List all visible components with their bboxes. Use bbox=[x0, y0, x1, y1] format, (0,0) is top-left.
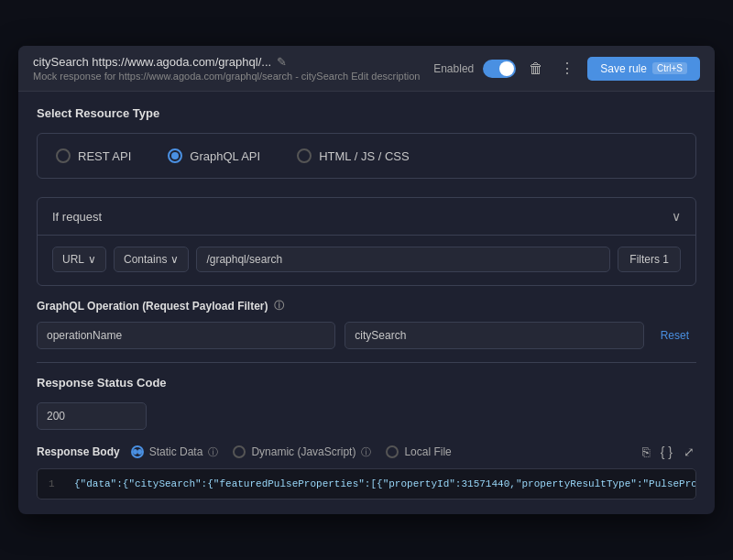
resource-type-box: REST API GraphQL API HTML / JS / CSS bbox=[37, 133, 696, 179]
header-left: citySearch https://www.agoda.com/graphql… bbox=[33, 55, 420, 82]
status-code-input[interactable] bbox=[37, 402, 147, 430]
header-info: citySearch https://www.agoda.com/graphql… bbox=[33, 55, 420, 82]
save-rule-button[interactable]: Save rule Ctrl+S bbox=[587, 57, 700, 81]
modal-header: citySearch https://www.agoda.com/graphql… bbox=[18, 46, 715, 92]
tab-static-data[interactable]: Static Data ⓘ bbox=[131, 445, 219, 459]
reset-button[interactable]: Reset bbox=[653, 325, 696, 346]
radio-graphql-circle bbox=[168, 148, 182, 163]
if-request-title: If request bbox=[52, 210, 102, 224]
more-options-button[interactable]: ⋮ bbox=[556, 58, 578, 79]
response-status-section: Response Status Code bbox=[37, 376, 696, 430]
contains-chevron-icon: ∨ bbox=[170, 253, 179, 266]
info-icon[interactable]: ⓘ bbox=[274, 299, 284, 313]
modal-body: Select Resource Type REST API GraphQL AP… bbox=[18, 92, 715, 514]
response-icons: ⎘ { } ⤢ bbox=[640, 443, 696, 461]
code-block: 1 {"data":{"citySearch":{"featuredPulseP… bbox=[37, 468, 696, 500]
delete-button[interactable]: 🗑 bbox=[525, 59, 547, 79]
save-rule-label: Save rule bbox=[600, 62, 647, 75]
status-code-title: Response Status Code bbox=[37, 376, 696, 390]
response-body-section: Response Body Static Data ⓘ Dynamic (Jav… bbox=[37, 443, 696, 500]
city-search-input[interactable] bbox=[345, 322, 643, 349]
radio-html-js-css[interactable]: HTML / JS / CSS bbox=[297, 148, 409, 163]
contains-label: Contains bbox=[124, 253, 167, 266]
radio-rest-label: REST API bbox=[78, 149, 131, 163]
radio-graphql-label: GraphQL API bbox=[190, 149, 260, 163]
response-header-left: Response Body bbox=[37, 445, 120, 458]
edit-icon[interactable]: ✎ bbox=[277, 55, 287, 69]
url-value-input[interactable] bbox=[196, 247, 610, 272]
enabled-label: Enabled bbox=[433, 62, 474, 75]
static-data-label: Static Data bbox=[149, 445, 203, 458]
local-file-radio bbox=[386, 445, 399, 458]
radio-rest-circle bbox=[56, 148, 71, 163]
graphql-title-text: GraphQL Operation (Request Payload Filte… bbox=[37, 300, 268, 313]
filters-label: Filters bbox=[629, 253, 660, 266]
format-button[interactable]: { } bbox=[659, 443, 674, 461]
response-body-title: Response Body bbox=[37, 445, 120, 458]
graphql-fields: Reset bbox=[37, 322, 696, 349]
dynamic-js-label: Dynamic (JavaScript) bbox=[251, 445, 356, 458]
dynamic-js-radio bbox=[233, 445, 246, 458]
filter-row: URL ∨ Contains ∨ Filters 1 bbox=[52, 247, 681, 272]
filters-badge[interactable]: Filters 1 bbox=[618, 247, 681, 272]
url-chevron-icon: ∨ bbox=[88, 253, 96, 266]
expand-button[interactable]: ⤢ bbox=[682, 443, 696, 461]
if-request-section: If request ∨ URL ∨ Contains ∨ bbox=[37, 197, 696, 286]
response-body-tabs: Static Data ⓘ Dynamic (JavaScript) ⓘ Loc… bbox=[131, 445, 629, 459]
if-request-header[interactable]: If request ∨ bbox=[38, 198, 695, 235]
radio-rest-api[interactable]: REST API bbox=[56, 148, 131, 163]
url-label: URL bbox=[62, 253, 84, 266]
code-line-1: 1 {"data":{"citySearch":{"featuredPulseP… bbox=[49, 478, 684, 489]
save-shortcut: Ctrl+S bbox=[652, 62, 687, 74]
radio-html-label: HTML / JS / CSS bbox=[319, 149, 409, 163]
modal-title: citySearch https://www.agoda.com/graphql… bbox=[33, 55, 271, 69]
response-body-header: Response Body Static Data ⓘ Dynamic (Jav… bbox=[37, 443, 696, 461]
copy-button[interactable]: ⎘ bbox=[640, 443, 651, 461]
tab-dynamic-js[interactable]: Dynamic (JavaScript) ⓘ bbox=[233, 445, 371, 459]
operation-name-input[interactable] bbox=[37, 322, 335, 349]
code-content: {"data":{"citySearch":{"featuredPulsePro… bbox=[74, 478, 696, 489]
filters-count: 1 bbox=[662, 253, 669, 266]
url-dropdown[interactable]: URL ∨ bbox=[52, 247, 106, 272]
graphql-title: GraphQL Operation (Request Payload Filte… bbox=[37, 299, 696, 313]
dynamic-js-info-icon[interactable]: ⓘ bbox=[361, 445, 371, 459]
modal-overlay: citySearch https://www.agoda.com/graphql… bbox=[0, 0, 733, 560]
enabled-toggle[interactable] bbox=[483, 60, 516, 78]
if-request-body: URL ∨ Contains ∨ Filters 1 bbox=[38, 235, 695, 285]
header-right: Enabled 🗑 ⋮ Save rule Ctrl+S bbox=[433, 57, 700, 81]
graphql-section: GraphQL Operation (Request Payload Filte… bbox=[37, 299, 696, 349]
resource-type-title: Select Resource Type bbox=[37, 106, 696, 120]
radio-html-circle bbox=[297, 148, 312, 163]
radio-graphql-api[interactable]: GraphQL API bbox=[168, 148, 260, 163]
line-number: 1 bbox=[49, 478, 60, 489]
local-file-label: Local File bbox=[404, 445, 451, 458]
mock-rule-modal: citySearch https://www.agoda.com/graphql… bbox=[18, 46, 715, 514]
tab-local-file[interactable]: Local File bbox=[386, 445, 451, 458]
divider-1 bbox=[37, 362, 696, 363]
modal-subtitle: Mock response for https://www.agoda.com/… bbox=[33, 71, 420, 82]
static-data-info-icon[interactable]: ⓘ bbox=[208, 445, 218, 459]
chevron-down-icon: ∨ bbox=[672, 209, 681, 224]
contains-dropdown[interactable]: Contains ∨ bbox=[114, 247, 189, 272]
